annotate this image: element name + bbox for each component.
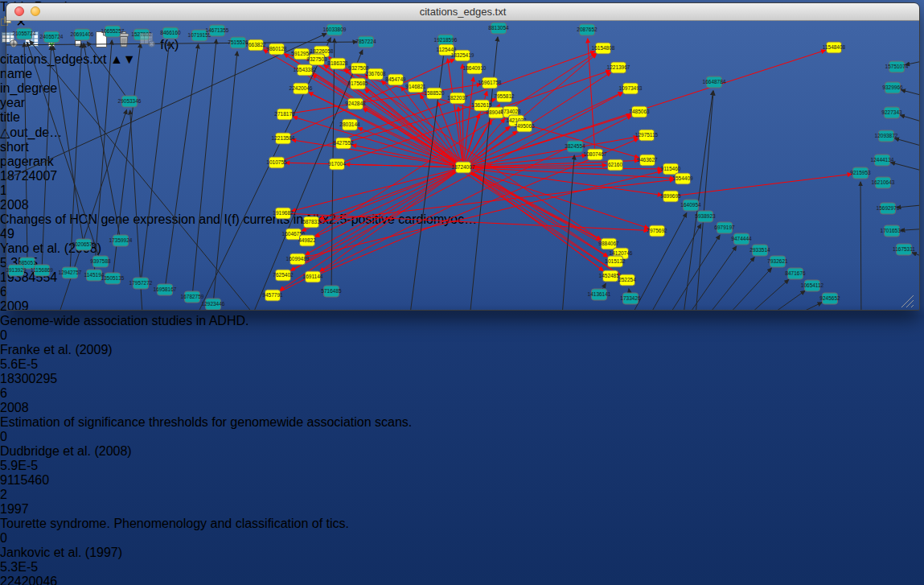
network-edge[interactable] (53, 46, 84, 245)
network-node-label: 1125449 (437, 47, 457, 52)
network-edge[interactable] (699, 257, 754, 310)
network-node-label: 18724007 (452, 164, 475, 170)
network-edge[interactable] (717, 268, 772, 310)
network-node-label: 9457791 (262, 292, 283, 298)
table-cell: 0 (0, 328, 924, 343)
network-node-label: 9860128 (266, 46, 287, 51)
network-edge[interactable] (897, 204, 919, 208)
table-row[interactable]: 2242004622012Investigating the contribut… (0, 575, 924, 585)
close-window-button[interactable] (14, 6, 24, 16)
window-titlebar[interactable]: citations_edges.txt (6, 3, 919, 21)
network-node-label: 17359924 (109, 237, 133, 243)
network-node-label: 24055724 (40, 34, 64, 39)
network-node-label: 14671355 (206, 27, 229, 33)
network-node-label: 9115460 (661, 166, 681, 171)
network-edge[interactable] (736, 279, 789, 310)
network-edge[interactable] (463, 167, 662, 195)
network-edge[interactable] (901, 115, 919, 124)
network-node-label: 29053346 (118, 98, 142, 104)
network-edge[interactable] (912, 253, 919, 259)
network-node-label: 62160 (608, 162, 622, 167)
network-edge[interactable] (352, 145, 463, 167)
network-node-label: 6734028 (500, 109, 521, 114)
network-node-label: 10719155 (188, 32, 211, 38)
network-edge[interactable] (643, 225, 701, 310)
network-node-label: 2718176 (274, 111, 295, 117)
network-node-label: 917004 (328, 161, 346, 167)
network-edge[interactable] (671, 174, 852, 196)
network-node-label: 8427552 (333, 140, 354, 146)
network-edge[interactable] (306, 167, 463, 255)
network-node-label: 3913929 (6, 267, 27, 273)
network-edge[interactable] (463, 77, 474, 167)
network-edge[interactable] (320, 167, 463, 272)
network-edge[interactable] (462, 64, 463, 167)
network-edge[interactable] (463, 114, 479, 167)
network-node-label: 12975115 (635, 132, 659, 138)
network-edge[interactable] (463, 167, 649, 229)
network-node-label: 16099489 (286, 256, 310, 262)
network-edge[interactable] (165, 44, 199, 290)
import-table-icon[interactable] (138, 38, 160, 51)
network-node-label: 11156869 (31, 267, 53, 273)
network-node-label: 18226058 (310, 48, 334, 54)
network-node-label: 16543382 (294, 67, 317, 72)
network-node-label: 17016534 (881, 228, 904, 233)
network-edge[interactable] (24, 43, 27, 263)
table-cell: 9115460 (0, 473, 924, 488)
network-node-label: 2367608 (365, 71, 386, 76)
network-node-label: 18325419 (451, 52, 474, 58)
network-node-label: 9327503 (306, 56, 327, 62)
table-row[interactable]: 1830029562008Estimation of significance … (0, 372, 924, 473)
network-node-label: 9215953 (850, 170, 871, 175)
network-edge[interactable] (192, 39, 216, 297)
resize-grip-icon[interactable] (901, 295, 914, 307)
table-cell: 5.6E-5 (0, 357, 924, 372)
network-edge[interactable] (891, 163, 919, 172)
network-edge[interactable] (901, 90, 919, 97)
network-edge[interactable] (319, 167, 463, 219)
network-edge[interactable] (141, 42, 170, 283)
network-node-label: 1015132 (605, 258, 626, 264)
network-node-label: 8186328 (327, 60, 348, 66)
network-canvas[interactable]: 2105572424055724206914061065525715276028… (6, 21, 919, 311)
network-node-label: 9474444 (731, 236, 752, 241)
zoom-window-button[interactable] (47, 6, 56, 16)
network-node-label: 1640954 (680, 202, 701, 208)
network-edge[interactable] (315, 167, 463, 237)
table-cell: 2 (0, 488, 924, 502)
table-cell: 0 (0, 531, 924, 546)
network-view[interactable]: 2105572424055724206914061065525715276028… (6, 21, 919, 310)
network-edge[interactable] (895, 138, 919, 148)
network-edge[interactable] (70, 43, 81, 273)
network-node-label: 9899695 (660, 193, 681, 199)
network-edge[interactable] (42, 46, 51, 270)
network-node-label: 5938923 (695, 213, 716, 219)
network-node-label: 18640910 (463, 65, 487, 71)
network-edge[interactable] (84, 43, 121, 241)
traffic-lights (14, 6, 56, 16)
network-node-label: 12444134 (871, 157, 894, 163)
network-edge[interactable] (213, 51, 237, 304)
network-edge[interactable] (292, 167, 463, 211)
table-cell: 5.3E-5 (0, 560, 924, 575)
network-edge[interactable] (448, 59, 463, 167)
network-edge[interactable] (309, 59, 463, 167)
network-node-label: 9329966 (882, 84, 903, 90)
network-edge[interactable] (662, 235, 720, 310)
network-node-label: 13505135 (101, 275, 125, 281)
network-edge[interactable] (283, 213, 648, 230)
network-node-label: 1733426 (620, 295, 641, 301)
network-edge[interactable] (463, 167, 620, 275)
network-node-label: 16648784 (703, 79, 726, 84)
table-row[interactable]: 911546021997Tourette syndrome. Phenomeno… (0, 473, 924, 575)
minimize-window-button[interactable] (31, 6, 40, 16)
network-edge[interactable] (754, 290, 805, 310)
network-node-label: 20691406 (71, 31, 94, 37)
network-edge[interactable] (860, 182, 861, 310)
network-node-label: 8454749 (385, 76, 406, 82)
network-edge[interactable] (463, 167, 608, 257)
network-node-label: 16782759 (181, 294, 204, 299)
network-node-label: 1554409 (672, 175, 693, 181)
network-node-label: 9884067 (598, 241, 619, 246)
